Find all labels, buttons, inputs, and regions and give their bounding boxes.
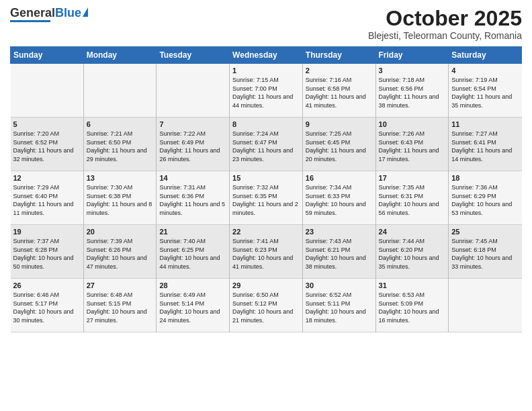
day-info: Sunrise: 7:41 AM Sunset: 6:23 PM Dayligh… xyxy=(232,237,300,271)
day-info: Sunrise: 6:50 AM Sunset: 5:12 PM Dayligh… xyxy=(232,291,300,324)
calendar-cell: 23Sunrise: 7:43 AM Sunset: 6:21 PM Dayli… xyxy=(302,225,375,279)
calendar-cell: 10Sunrise: 7:26 AM Sunset: 6:43 PM Dayli… xyxy=(375,118,449,171)
calendar-cell: 3Sunrise: 7:18 AM Sunset: 6:56 PM Daylig… xyxy=(375,64,449,118)
day-info: Sunrise: 7:34 AM Sunset: 6:33 PM Dayligh… xyxy=(306,183,373,217)
day-info: Sunrise: 7:30 AM Sunset: 6:38 PM Dayligh… xyxy=(87,183,154,217)
calendar-cell xyxy=(83,64,157,118)
calendar-cell: 27Sunrise: 6:48 AM Sunset: 5:15 PM Dayli… xyxy=(83,279,157,332)
calendar-cell: 18Sunrise: 7:36 AM Sunset: 6:29 PM Dayli… xyxy=(449,171,522,225)
day-number: 13 xyxy=(87,174,154,182)
day-number: 25 xyxy=(451,228,519,236)
day-info: Sunrise: 6:46 AM Sunset: 5:17 PM Dayligh… xyxy=(13,291,81,324)
day-info: Sunrise: 7:26 AM Sunset: 6:43 PM Dayligh… xyxy=(379,130,446,163)
calendar-cell xyxy=(157,64,230,118)
calendar-cell: 22Sunrise: 7:41 AM Sunset: 6:23 PM Dayli… xyxy=(230,225,303,279)
day-number: 26 xyxy=(13,281,81,289)
day-info: Sunrise: 7:43 AM Sunset: 6:21 PM Dayligh… xyxy=(306,237,373,271)
calendar-cell: 4Sunrise: 7:19 AM Sunset: 6:54 PM Daylig… xyxy=(449,64,522,118)
day-number: 9 xyxy=(306,120,373,128)
calendar-cell: 1Sunrise: 7:15 AM Sunset: 7:00 PM Daylig… xyxy=(230,64,303,118)
calendar-cell: 25Sunrise: 7:45 AM Sunset: 6:18 PM Dayli… xyxy=(449,225,522,279)
calendar-cell: 28Sunrise: 6:49 AM Sunset: 5:14 PM Dayli… xyxy=(157,279,230,332)
day-number: 16 xyxy=(306,174,373,182)
calendar-cell: 30Sunrise: 6:52 AM Sunset: 5:11 PM Dayli… xyxy=(302,279,375,332)
day-info: Sunrise: 7:39 AM Sunset: 6:26 PM Dayligh… xyxy=(87,237,154,271)
main-title: October 2025 xyxy=(368,7,522,30)
day-number: 29 xyxy=(232,281,300,289)
logo-general: GeneralBlue xyxy=(10,7,81,19)
calendar-cell: 24Sunrise: 7:44 AM Sunset: 6:20 PM Dayli… xyxy=(375,225,449,279)
col-header-wednesday: Wednesday xyxy=(230,47,303,64)
header-row: SundayMondayTuesdayWednesdayThursdayFrid… xyxy=(11,47,522,64)
col-header-friday: Friday xyxy=(375,47,449,64)
day-info: Sunrise: 7:16 AM Sunset: 6:58 PM Dayligh… xyxy=(306,76,373,109)
page: GeneralBlue October 2025 Blejesti, Teleo… xyxy=(0,0,532,411)
calendar-cell xyxy=(449,279,522,332)
calendar-cell: 12Sunrise: 7:29 AM Sunset: 6:40 PM Dayli… xyxy=(11,171,84,225)
calendar-cell: 2Sunrise: 7:16 AM Sunset: 6:58 PM Daylig… xyxy=(302,64,375,118)
day-number: 20 xyxy=(87,228,154,236)
day-number: 4 xyxy=(451,66,519,75)
day-number: 10 xyxy=(379,120,446,128)
calendar-cell: 21Sunrise: 7:40 AM Sunset: 6:25 PM Dayli… xyxy=(157,225,230,279)
day-info: Sunrise: 7:24 AM Sunset: 6:47 PM Dayligh… xyxy=(232,130,300,163)
calendar-cell: 9Sunrise: 7:25 AM Sunset: 6:45 PM Daylig… xyxy=(302,118,375,171)
day-info: Sunrise: 7:44 AM Sunset: 6:20 PM Dayligh… xyxy=(379,237,446,271)
day-number: 21 xyxy=(159,228,226,236)
day-info: Sunrise: 6:52 AM Sunset: 5:11 PM Dayligh… xyxy=(306,291,373,324)
day-number: 6 xyxy=(87,120,154,128)
calendar-cell: 6Sunrise: 7:21 AM Sunset: 6:50 PM Daylig… xyxy=(83,118,157,171)
header: GeneralBlue October 2025 Blejesti, Teleo… xyxy=(10,7,522,41)
calendar-cell: 17Sunrise: 7:35 AM Sunset: 6:31 PM Dayli… xyxy=(375,171,449,225)
day-info: Sunrise: 7:35 AM Sunset: 6:31 PM Dayligh… xyxy=(379,183,446,217)
calendar-cell: 5Sunrise: 7:20 AM Sunset: 6:52 PM Daylig… xyxy=(11,118,84,171)
day-info: Sunrise: 7:31 AM Sunset: 6:36 PM Dayligh… xyxy=(159,183,226,217)
day-info: Sunrise: 7:45 AM Sunset: 6:18 PM Dayligh… xyxy=(451,237,519,271)
day-number: 8 xyxy=(232,120,300,128)
logo: GeneralBlue xyxy=(10,7,88,22)
calendar-cell: 31Sunrise: 6:53 AM Sunset: 5:09 PM Dayli… xyxy=(375,279,449,332)
day-number: 5 xyxy=(13,120,81,128)
calendar-cell: 14Sunrise: 7:31 AM Sunset: 6:36 PM Dayli… xyxy=(157,171,230,225)
day-number: 30 xyxy=(306,281,373,289)
day-number: 22 xyxy=(232,228,300,236)
calendar-table: SundayMondayTuesdayWednesdayThursdayFrid… xyxy=(10,46,522,332)
day-info: Sunrise: 6:49 AM Sunset: 5:14 PM Dayligh… xyxy=(159,291,226,324)
logo-triangle-icon xyxy=(83,7,88,17)
day-number: 11 xyxy=(451,120,519,128)
calendar-cell: 8Sunrise: 7:24 AM Sunset: 6:47 PM Daylig… xyxy=(230,118,303,171)
day-info: Sunrise: 7:27 AM Sunset: 6:41 PM Dayligh… xyxy=(451,130,519,163)
calendar-cell: 19Sunrise: 7:37 AM Sunset: 6:28 PM Dayli… xyxy=(11,225,84,279)
logo-line xyxy=(10,20,50,22)
day-number: 12 xyxy=(13,174,81,182)
day-number: 1 xyxy=(232,66,300,75)
col-header-thursday: Thursday xyxy=(302,47,375,64)
day-number: 3 xyxy=(379,66,446,75)
day-info: Sunrise: 7:36 AM Sunset: 6:29 PM Dayligh… xyxy=(451,183,519,217)
week-row-4: 19Sunrise: 7:37 AM Sunset: 6:28 PM Dayli… xyxy=(11,225,522,279)
calendar-cell: 13Sunrise: 7:30 AM Sunset: 6:38 PM Dayli… xyxy=(83,171,157,225)
day-info: Sunrise: 7:25 AM Sunset: 6:45 PM Dayligh… xyxy=(306,130,373,163)
day-number: 27 xyxy=(87,281,154,289)
day-number: 15 xyxy=(232,174,300,182)
day-info: Sunrise: 6:53 AM Sunset: 5:09 PM Dayligh… xyxy=(379,291,446,324)
calendar-cell: 7Sunrise: 7:22 AM Sunset: 6:49 PM Daylig… xyxy=(157,118,230,171)
day-number: 31 xyxy=(379,281,446,289)
calendar-cell: 26Sunrise: 6:46 AM Sunset: 5:17 PM Dayli… xyxy=(11,279,84,332)
day-info: Sunrise: 7:19 AM Sunset: 6:54 PM Dayligh… xyxy=(451,76,519,109)
day-number: 2 xyxy=(306,66,373,75)
col-header-saturday: Saturday xyxy=(449,47,522,64)
day-number: 17 xyxy=(379,174,446,182)
day-info: Sunrise: 6:48 AM Sunset: 5:15 PM Dayligh… xyxy=(87,291,154,324)
calendar-cell: 29Sunrise: 6:50 AM Sunset: 5:12 PM Dayli… xyxy=(230,279,303,332)
col-header-sunday: Sunday xyxy=(11,47,84,64)
day-number: 23 xyxy=(306,228,373,236)
subtitle: Blejesti, Teleorman County, Romania xyxy=(368,30,522,41)
day-number: 28 xyxy=(159,281,226,289)
calendar-cell: 11Sunrise: 7:27 AM Sunset: 6:41 PM Dayli… xyxy=(449,118,522,171)
day-info: Sunrise: 7:40 AM Sunset: 6:25 PM Dayligh… xyxy=(159,237,226,271)
week-row-1: 1Sunrise: 7:15 AM Sunset: 7:00 PM Daylig… xyxy=(11,64,522,118)
week-row-5: 26Sunrise: 6:46 AM Sunset: 5:17 PM Dayli… xyxy=(11,279,522,332)
day-info: Sunrise: 7:32 AM Sunset: 6:35 PM Dayligh… xyxy=(232,183,300,217)
day-number: 7 xyxy=(159,120,226,128)
